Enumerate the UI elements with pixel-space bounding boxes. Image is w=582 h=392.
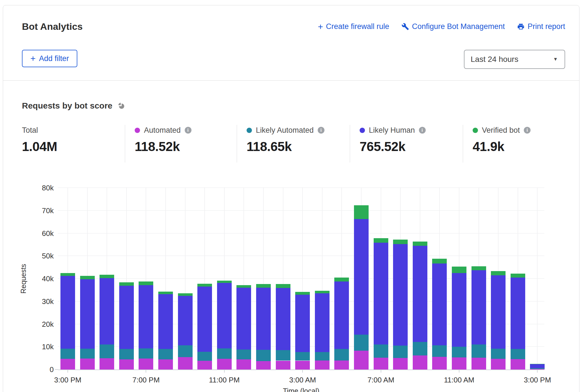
bar-segment-automated[interactable] [60,359,75,370]
bar-segment-likely-automated[interactable] [217,348,232,359]
bar-segment-automated[interactable] [511,359,525,370]
bar-segment-likely-human[interactable] [511,278,525,349]
bar-segment-verified-bot[interactable] [60,273,75,276]
bar-segment-automated[interactable] [197,361,212,370]
bar-segment-likely-automated[interactable] [119,349,134,359]
bar-segment-automated[interactable] [393,358,408,370]
bar-segment-likely-automated[interactable] [393,346,408,358]
bar-segment-verified-bot[interactable] [374,238,388,243]
bar-segment-likely-automated[interactable] [276,350,290,361]
bar-segment-likely-automated[interactable] [197,352,212,361]
bar-segment-verified-bot[interactable] [276,284,290,288]
bar-segment-likely-human[interactable] [315,293,330,352]
configure-bot-management-link[interactable]: Configure Bot Management [401,22,505,31]
bar-segment-likely-automated[interactable] [256,350,271,361]
bar-segment-likely-automated[interactable] [60,349,75,359]
bar-segment-automated[interactable] [80,359,95,370]
bar-segment-likely-automated[interactable] [491,349,506,359]
bar-segment-likely-human[interactable] [217,283,232,348]
info-icon[interactable]: i [185,127,191,134]
bar-segment-likely-automated[interactable] [354,335,369,351]
bar-segment-likely-automated[interactable] [472,344,486,358]
bar-segment-verified-bot[interactable] [393,240,408,244]
bar-segment-likely-automated[interactable] [236,350,251,359]
bar-segment-automated[interactable] [217,359,232,370]
bar-segment-automated[interactable] [178,357,193,370]
bar-segment-verified-bot[interactable] [119,282,134,286]
bar-segment-automated[interactable] [236,359,251,370]
bar-segment-likely-human[interactable] [80,279,95,349]
bar-segment-likely-human[interactable] [354,219,369,335]
bar-segment-likely-human[interactable] [393,244,408,346]
create-firewall-rule-link[interactable]: + Create firewall rule [318,22,389,31]
bar-segment-verified-bot[interactable] [491,271,506,275]
info-icon[interactable]: i [318,127,324,134]
bar-segment-likely-human[interactable] [334,281,349,349]
bar-segment-likely-human[interactable] [374,243,388,344]
bar-segment-automated[interactable] [276,361,290,370]
bar-segment-likely-automated[interactable] [334,349,349,360]
bar-segment-likely-human[interactable] [276,288,290,350]
bar-segment-likely-human[interactable] [178,296,193,346]
bar-segment-automated[interactable] [295,361,310,370]
bar-segment-likely-human[interactable] [139,285,153,348]
bar-segment-likely-automated[interactable] [530,368,545,369]
bar-segment-likely-automated[interactable] [511,349,525,359]
bar-segment-likely-human[interactable] [491,275,506,349]
bar-segment-likely-automated[interactable] [158,349,173,359]
bar-segment-verified-bot[interactable] [80,276,95,279]
bar-segment-automated[interactable] [119,359,134,370]
bar-segment-automated[interactable] [530,369,545,370]
bar-segment-likely-automated[interactable] [100,344,114,358]
bar-segment-likely-automated[interactable] [139,348,153,359]
bar-segment-verified-bot[interactable] [158,292,173,294]
bar-segment-automated[interactable] [413,355,427,370]
bar-segment-verified-bot[interactable] [472,266,486,271]
bar-segment-likely-automated[interactable] [374,344,388,358]
bar-segment-likely-automated[interactable] [315,352,330,361]
bar-segment-likely-human[interactable] [432,263,447,346]
bar-segment-likely-human[interactable] [119,286,134,349]
bar-segment-verified-bot[interactable] [315,291,330,293]
bar-segment-likely-human[interactable] [530,364,545,368]
info-icon[interactable]: i [524,127,531,134]
bar-segment-likely-human[interactable] [256,288,271,350]
bar-segment-likely-human[interactable] [472,270,486,344]
bar-segment-verified-bot[interactable] [256,284,271,288]
bar-segment-verified-bot[interactable] [432,259,447,263]
bar-segment-automated[interactable] [315,361,330,370]
bar-segment-verified-bot[interactable] [178,293,193,296]
bar-segment-automated[interactable] [158,359,173,370]
bar-segment-automated[interactable] [354,351,369,370]
bar-segment-automated[interactable] [100,358,114,370]
bar-segment-likely-human[interactable] [295,295,310,352]
bar-segment-verified-bot[interactable] [236,285,251,288]
bar-segment-likely-automated[interactable] [452,347,466,357]
bar-segment-likely-human[interactable] [100,278,114,344]
bar-segment-automated[interactable] [334,361,349,370]
print-report-link[interactable]: Print report [517,22,565,31]
bar-segment-verified-bot[interactable] [295,292,310,295]
bar-segment-likely-human[interactable] [197,287,212,352]
bar-segment-likely-human[interactable] [236,288,251,350]
bar-segment-verified-bot[interactable] [100,275,114,278]
bar-segment-likely-automated[interactable] [413,342,427,355]
bar-segment-likely-human[interactable] [60,276,75,348]
add-filter-button[interactable]: + Add filter [22,50,77,67]
info-icon[interactable]: i [419,127,426,134]
bar-segment-verified-bot[interactable] [452,267,466,273]
bar-segment-automated[interactable] [491,359,506,370]
bar-segment-automated[interactable] [256,361,271,370]
bar-segment-verified-bot[interactable] [217,281,232,283]
bar-segment-likely-automated[interactable] [80,349,95,359]
bar-segment-likely-automated[interactable] [295,352,310,361]
bar-segment-likely-human[interactable] [452,273,466,347]
bar-segment-verified-bot[interactable] [197,284,212,287]
bar-segment-automated[interactable] [139,359,153,370]
bar-segment-verified-bot[interactable] [511,274,525,278]
bar-segment-likely-human[interactable] [413,246,427,342]
bar-segment-automated[interactable] [374,358,388,370]
bar-segment-automated[interactable] [432,357,447,370]
bar-segment-automated[interactable] [472,358,486,370]
bar-segment-verified-bot[interactable] [139,281,153,285]
